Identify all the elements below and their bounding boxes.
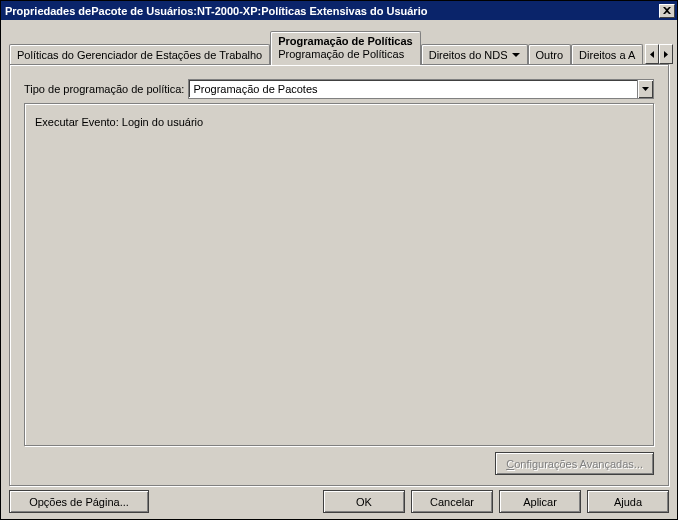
tab-scroll-right-button[interactable]: [659, 44, 673, 64]
chevron-down-icon: [512, 53, 520, 57]
chevron-right-icon: [664, 51, 668, 58]
combobox-value: Programação de Pacotes: [193, 83, 637, 95]
button-label: Configurações Avançadas...: [506, 458, 643, 470]
cancel-button[interactable]: Cancelar: [411, 490, 493, 513]
tab-label: Direitos a A: [579, 49, 635, 61]
dialog-window: Propriedades dePacote de Usuários:NT-200…: [0, 0, 678, 520]
window-title: Propriedades dePacote de Usuários:NT-200…: [5, 5, 659, 17]
tab-policy-scheduling[interactable]: Programação de Políticas Programação de …: [270, 31, 421, 65]
policy-type-row: Tipo de programação de política: Program…: [24, 79, 654, 99]
schedule-list-pane: Executar Evento: Login do usuário: [24, 103, 654, 446]
policy-type-combobox[interactable]: Programação de Pacotes: [188, 79, 654, 99]
apply-button[interactable]: Aplicar: [499, 490, 581, 513]
tab-panel: Tipo de programação de política: Program…: [9, 64, 669, 486]
combobox-dropdown-button[interactable]: [637, 80, 653, 98]
dialog-footer: Opções de Página... OK Cancelar Aplicar …: [9, 486, 669, 513]
chevron-left-icon: [650, 51, 654, 58]
button-label: Cancelar: [430, 496, 474, 508]
dialog-body: Políticas do Gerenciador de Estações de …: [1, 20, 677, 519]
close-button[interactable]: [659, 4, 675, 18]
tab-row: Políticas do Gerenciador de Estações de …: [9, 28, 669, 64]
policy-type-label: Tipo de programação de política:: [24, 83, 184, 95]
tab-sublabel: Programação de Políticas: [278, 48, 404, 60]
page-options-button[interactable]: Opções de Página...: [9, 490, 149, 513]
close-icon: [663, 7, 671, 14]
tab-scroller: [645, 44, 673, 64]
tab-label: Outro: [536, 49, 564, 61]
tab-label: Direitos do NDS: [429, 49, 508, 61]
titlebar: Propriedades dePacote de Usuários:NT-200…: [1, 1, 677, 20]
tab-scroll-left-button[interactable]: [645, 44, 659, 64]
advanced-row: Configurações Avançadas...: [24, 452, 654, 475]
tab-label: Programação de Políticas: [278, 35, 413, 47]
tab-workstation-policies[interactable]: Políticas do Gerenciador de Estações de …: [9, 44, 270, 64]
tab-nds-rights[interactable]: Direitos do NDS: [421, 44, 528, 64]
button-label: Ajuda: [614, 496, 642, 508]
button-label: Opções de Página...: [29, 496, 129, 508]
advanced-settings-button: Configurações Avançadas...: [495, 452, 654, 475]
tab-rights-to[interactable]: Direitos a A: [571, 44, 643, 64]
schedule-event-text: Executar Evento: Login do usuário: [35, 116, 643, 128]
button-label: Aplicar: [523, 496, 557, 508]
chevron-down-icon: [642, 87, 649, 91]
help-button[interactable]: Ajuda: [587, 490, 669, 513]
tab-other[interactable]: Outro: [528, 44, 572, 64]
tab-label: Políticas do Gerenciador de Estações de …: [17, 49, 262, 61]
button-label: OK: [356, 496, 372, 508]
ok-button[interactable]: OK: [323, 490, 405, 513]
